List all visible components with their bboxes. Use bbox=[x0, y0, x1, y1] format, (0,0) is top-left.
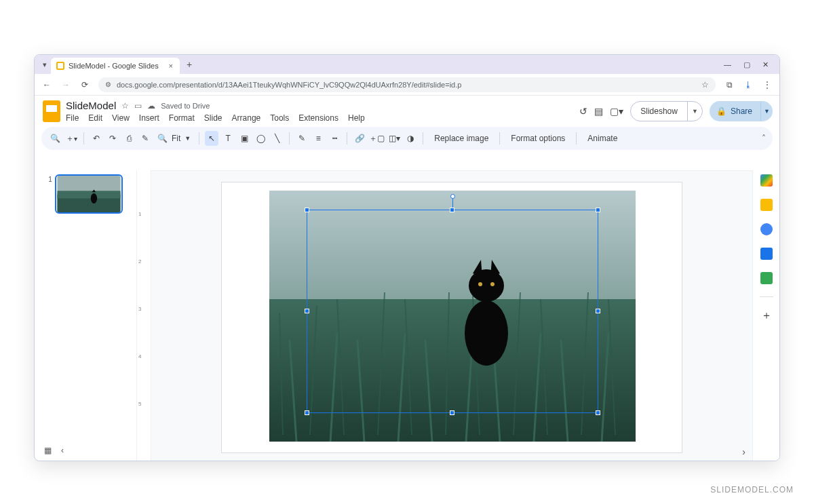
resize-handle-w[interactable] bbox=[305, 309, 309, 313]
maps-icon[interactable] bbox=[760, 272, 773, 284]
slide-thumbnail-1[interactable] bbox=[55, 174, 123, 214]
svg-point-3 bbox=[91, 193, 97, 203]
next-slide-icon[interactable]: › bbox=[742, 446, 745, 457]
animate-button[interactable]: Animate bbox=[582, 134, 623, 143]
extensions-icon[interactable]: ⧉ bbox=[724, 80, 735, 90]
textbox-tool-icon[interactable]: T bbox=[221, 131, 235, 146]
menu-file[interactable]: File bbox=[66, 113, 79, 123]
tab-title: SlideModel - Google Slides bbox=[69, 62, 159, 70]
lock-icon: 🔒 bbox=[716, 106, 726, 116]
search-menus-icon[interactable]: 🔍 bbox=[48, 131, 62, 146]
window-controls: — ▢ ✕ bbox=[724, 60, 775, 69]
comment-add-icon[interactable]: ＋▢ bbox=[369, 131, 385, 146]
keep-icon[interactable] bbox=[760, 199, 773, 211]
redo-icon[interactable]: ↷ bbox=[106, 131, 119, 146]
slide-canvas[interactable] bbox=[221, 182, 682, 453]
menu-slide[interactable]: Slide bbox=[204, 113, 222, 123]
format-options-button[interactable]: Format options bbox=[505, 134, 570, 143]
forward-icon[interactable]: → bbox=[60, 80, 71, 90]
share-dropdown-icon[interactable]: ▼ bbox=[760, 102, 773, 121]
comments-icon[interactable]: ▤ bbox=[594, 106, 603, 117]
contacts-icon[interactable] bbox=[760, 248, 773, 260]
calendar-icon[interactable] bbox=[760, 174, 773, 187]
toolbar-collapse-icon[interactable]: ˄ bbox=[762, 134, 766, 143]
border-color-icon[interactable]: ✎ bbox=[295, 131, 309, 146]
slide-thumbnails-panel: 1 ▦ ‹ bbox=[35, 170, 136, 461]
resize-handle-ne[interactable] bbox=[596, 208, 600, 212]
link-icon[interactable]: 🔗 bbox=[353, 131, 366, 146]
resize-handle-nw[interactable] bbox=[305, 208, 309, 212]
slides-app-icon[interactable] bbox=[43, 100, 60, 122]
bookmark-star-icon[interactable]: ☆ bbox=[701, 80, 709, 90]
shape-tool-icon[interactable]: ◯ bbox=[254, 131, 267, 146]
tab-close-icon[interactable]: × bbox=[169, 62, 173, 70]
crop-icon[interactable]: ◫▾ bbox=[387, 131, 401, 146]
menu-edit[interactable]: Edit bbox=[88, 113, 102, 123]
side-panel: ＋ bbox=[752, 170, 779, 461]
replace-image-button[interactable]: Replace image bbox=[429, 134, 494, 143]
menu-insert[interactable]: Insert bbox=[139, 113, 159, 123]
tab-strip: ▾ SlideModel - Google Slides × + — ▢ ✕ bbox=[35, 55, 779, 74]
undo-icon[interactable]: ↶ bbox=[90, 131, 103, 146]
menu-extensions[interactable]: Extensions bbox=[298, 113, 338, 123]
prev-slide-icon[interactable]: ‹ bbox=[61, 446, 64, 455]
maximize-icon[interactable]: ▢ bbox=[743, 60, 750, 69]
share-button[interactable]: 🔒 Share bbox=[710, 102, 760, 121]
image-tool-icon[interactable]: ▣ bbox=[237, 131, 251, 146]
paint-format-icon[interactable]: ✎ bbox=[138, 131, 152, 146]
url-text: docs.google.com/presentation/d/13AAei1Tt… bbox=[117, 81, 696, 89]
resize-handle-sw[interactable] bbox=[305, 410, 309, 415]
browser-tab[interactable]: SlideModel - Google Slides × bbox=[51, 58, 180, 74]
line-tool-icon[interactable]: ╲ bbox=[270, 131, 284, 146]
back-icon[interactable]: ← bbox=[41, 80, 52, 90]
move-doc-icon[interactable]: ▭ bbox=[134, 101, 142, 111]
select-tool-icon[interactable]: ↖ bbox=[205, 131, 218, 146]
menu-arrange[interactable]: Arrange bbox=[232, 113, 261, 123]
canvas-area[interactable]: › bbox=[151, 171, 752, 461]
grid-view-icon[interactable]: ▦ bbox=[44, 446, 52, 455]
history-icon[interactable]: ↺ bbox=[579, 106, 587, 117]
zoom-dropdown[interactable]: 🔍 Fit ▼ bbox=[155, 134, 193, 143]
app-header: SlideModel ☆ ▭ ☁ Saved to Drive File Edi… bbox=[35, 96, 779, 123]
browser-menu-icon[interactable]: ⋮ bbox=[762, 80, 773, 90]
tabs-dropdown-icon[interactable]: ▾ bbox=[39, 60, 51, 69]
menu-bar: File Edit View Insert Format Slide Arran… bbox=[66, 113, 365, 123]
slideshow-dropdown-icon[interactable]: ▼ bbox=[687, 102, 702, 121]
workspace: 1 ▦ ‹ 1 2 3 4 5 bbox=[35, 170, 779, 461]
menu-view[interactable]: View bbox=[112, 113, 130, 123]
document-title[interactable]: SlideModel bbox=[66, 100, 116, 111]
print-icon[interactable]: ⎙ bbox=[122, 131, 136, 146]
thumb-number: 1 bbox=[48, 176, 52, 183]
menu-tools[interactable]: Tools bbox=[270, 113, 289, 123]
slideshow-group: Slideshow ▼ bbox=[630, 101, 703, 121]
slideshow-button[interactable]: Slideshow bbox=[631, 102, 687, 121]
share-group: 🔒 Share ▼ bbox=[710, 101, 773, 121]
cloud-status-icon[interactable]: ☁ bbox=[147, 101, 155, 111]
site-info-icon[interactable]: ⚙ bbox=[105, 81, 111, 88]
meet-icon[interactable]: ▢▾ bbox=[610, 106, 623, 117]
address-bar[interactable]: ⚙ docs.google.com/presentation/d/13AAei1… bbox=[98, 77, 716, 92]
resize-handle-s[interactable] bbox=[450, 410, 454, 415]
slides-favicon-icon bbox=[56, 62, 64, 70]
resize-handle-e[interactable] bbox=[596, 309, 600, 313]
vertical-ruler: 1 2 3 4 5 bbox=[136, 170, 151, 461]
svg-rect-2 bbox=[57, 191, 120, 198]
reload-icon[interactable]: ⟳ bbox=[79, 80, 90, 90]
mask-icon[interactable]: ◑ bbox=[404, 131, 417, 146]
menu-format[interactable]: Format bbox=[169, 113, 195, 123]
resize-handle-n[interactable] bbox=[450, 208, 454, 212]
resize-handle-se[interactable] bbox=[596, 410, 600, 415]
menu-help[interactable]: Help bbox=[348, 113, 365, 123]
selection-box[interactable] bbox=[307, 210, 598, 413]
close-window-icon[interactable]: ✕ bbox=[762, 60, 769, 69]
addons-plus-icon[interactable]: ＋ bbox=[760, 309, 773, 322]
border-weight-icon[interactable]: ≡ bbox=[311, 131, 325, 146]
downloads-icon[interactable]: ⭳ bbox=[743, 80, 754, 90]
new-slide-icon[interactable]: ＋▾ bbox=[64, 131, 78, 146]
tasks-icon[interactable] bbox=[760, 223, 773, 235]
new-tab-button[interactable]: + bbox=[187, 59, 192, 70]
star-doc-icon[interactable]: ☆ bbox=[121, 101, 129, 111]
save-status: Saved to Drive bbox=[161, 102, 210, 110]
border-dash-icon[interactable]: ┅ bbox=[328, 131, 341, 146]
minimize-icon[interactable]: — bbox=[724, 60, 731, 69]
